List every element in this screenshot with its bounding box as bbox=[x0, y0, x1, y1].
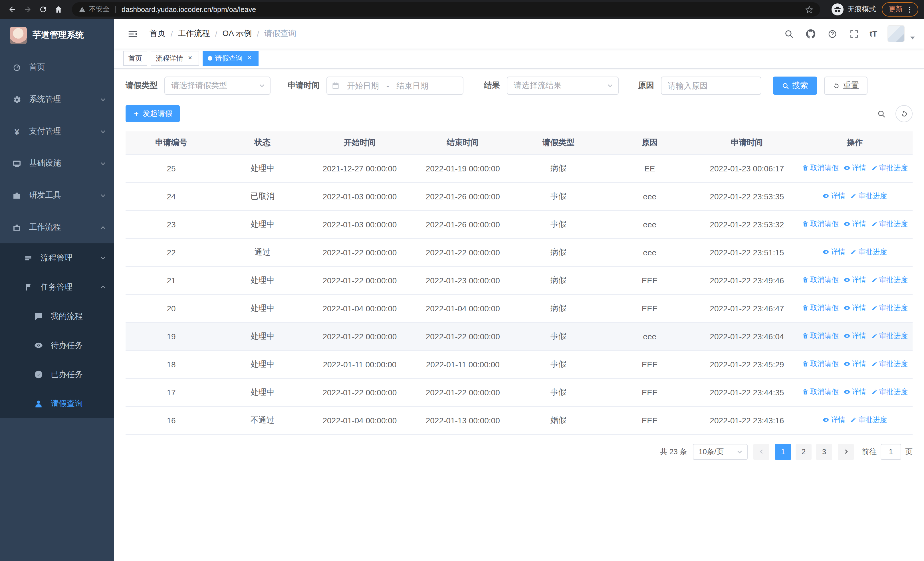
action-progress-link[interactable]: 审批进度 bbox=[871, 331, 908, 341]
browser-back-button[interactable] bbox=[4, 2, 20, 17]
reset-button[interactable]: 重置 bbox=[824, 77, 867, 95]
action-detail-link[interactable]: 详情 bbox=[822, 247, 845, 257]
action-detail-link[interactable]: 详情 bbox=[843, 163, 866, 173]
action-detail-link[interactable]: 详情 bbox=[843, 359, 866, 369]
bookmark-star-icon[interactable] bbox=[805, 5, 813, 14]
tag-home[interactable]: 首页 bbox=[123, 51, 147, 66]
page-button-3[interactable]: 3 bbox=[816, 444, 832, 460]
goto-unit: 页 bbox=[905, 447, 913, 457]
sidebar-item-devtools[interactable]: 研发工具 bbox=[0, 179, 114, 211]
list-icon bbox=[23, 253, 33, 263]
avatar-caret-icon[interactable] bbox=[910, 36, 915, 39]
sidebar-item-done-tasks[interactable]: 已办任务 bbox=[0, 360, 114, 389]
page-number-list: 123 bbox=[775, 444, 832, 460]
prev-page-button[interactable] bbox=[753, 444, 770, 460]
action-detail-link[interactable]: 详情 bbox=[822, 191, 845, 201]
browser-reload-button[interactable] bbox=[35, 2, 51, 17]
font-size-icon[interactable]: tT bbox=[867, 29, 879, 38]
end-date-input[interactable] bbox=[391, 81, 434, 90]
action-progress-link[interactable]: 审批进度 bbox=[871, 275, 908, 285]
action-progress-link[interactable]: 审批进度 bbox=[850, 415, 887, 425]
action-detail-link[interactable]: 详情 bbox=[843, 303, 866, 313]
action-cancel-link[interactable]: 取消请假 bbox=[802, 275, 838, 285]
breadcrumb-item[interactable]: 首页 bbox=[150, 29, 165, 39]
action-cancel-link[interactable]: 取消请假 bbox=[802, 303, 838, 313]
browser-forward-button[interactable] bbox=[20, 2, 35, 17]
action-cancel-link[interactable]: 取消请假 bbox=[802, 220, 838, 229]
cell-end: 2022-01-26 00:00:00 bbox=[411, 182, 514, 210]
tag-close-icon[interactable]: × bbox=[186, 54, 194, 62]
leave-table: 申请编号状态开始时间结束时间请假类型原因申请时间操作 25处理中2021-12-… bbox=[126, 131, 913, 435]
action-label: 取消请假 bbox=[810, 220, 838, 229]
github-icon[interactable] bbox=[802, 25, 819, 42]
user-icon bbox=[34, 399, 44, 409]
result-select[interactable]: 请选择流结果 bbox=[507, 77, 619, 95]
breadcrumb-item[interactable]: 工作流程 bbox=[178, 29, 210, 39]
action-detail-link[interactable]: 详情 bbox=[843, 220, 866, 229]
sidebar-item-payment[interactable]: ¥支付管理 bbox=[0, 116, 114, 147]
browser-update-menu-button[interactable]: 更新 bbox=[882, 2, 918, 17]
sidebar-collapse-icon[interactable] bbox=[123, 24, 141, 43]
user-avatar[interactable] bbox=[888, 25, 904, 42]
cell-start: 2022-01-04 00:00:00 bbox=[308, 294, 411, 322]
goto-page-input[interactable] bbox=[880, 444, 901, 460]
action-cancel-link[interactable]: 取消请假 bbox=[802, 359, 838, 369]
page-button-2[interactable]: 2 bbox=[796, 444, 812, 460]
action-progress-link[interactable]: 审批进度 bbox=[871, 220, 908, 229]
leave-type-select[interactable]: 请选择请假类型 bbox=[164, 77, 270, 95]
sidebar-item-workflow[interactable]: 工作流程 bbox=[0, 211, 114, 244]
action-detail-link[interactable]: 详情 bbox=[843, 275, 866, 285]
action-label: 审批进度 bbox=[879, 387, 908, 397]
sidebar-item-my-processes[interactable]: 我的流程 bbox=[0, 302, 114, 331]
action-progress-link[interactable]: 审批进度 bbox=[850, 191, 887, 201]
action-progress-link[interactable]: 审批进度 bbox=[871, 359, 908, 369]
sidebar-item-task-mgmt[interactable]: 任务管理 bbox=[0, 272, 114, 302]
action-detail-link[interactable]: 详情 bbox=[843, 387, 866, 397]
action-label: 详情 bbox=[831, 191, 845, 201]
table-row: 18处理中2022-01-11 00:00:002022-01-11 00:00… bbox=[126, 350, 913, 378]
action-progress-link[interactable]: 审批进度 bbox=[871, 387, 908, 397]
action-cancel-link[interactable]: 取消请假 bbox=[802, 331, 838, 341]
action-progress-link[interactable]: 审批进度 bbox=[871, 303, 908, 313]
fullscreen-icon[interactable] bbox=[846, 25, 863, 42]
action-detail-link[interactable]: 详情 bbox=[822, 415, 845, 425]
sidebar-item-process-mgmt[interactable]: 流程管理 bbox=[0, 244, 114, 272]
action-cancel-link[interactable]: 取消请假 bbox=[802, 163, 838, 173]
sidebar-item-leave-query[interactable]: 请假查询 bbox=[0, 389, 114, 418]
reason-input[interactable] bbox=[661, 77, 761, 95]
help-icon[interactable] bbox=[824, 25, 841, 42]
start-date-input[interactable] bbox=[342, 81, 384, 90]
page-size-select[interactable]: 10条/页 bbox=[693, 444, 748, 460]
action-label: 取消请假 bbox=[810, 387, 838, 397]
sidebar-item-home[interactable]: 首页 bbox=[0, 51, 114, 83]
toggle-search-icon[interactable] bbox=[873, 105, 890, 122]
chevron-down-icon bbox=[258, 82, 266, 89]
action-progress-link[interactable]: 审批进度 bbox=[850, 247, 887, 257]
cell-id: 23 bbox=[126, 210, 217, 238]
browser-home-button[interactable] bbox=[51, 2, 66, 17]
incognito-profile-chip[interactable]: 无痕模式 bbox=[826, 3, 882, 15]
tag-leave-query[interactable]: 请假查询× bbox=[202, 51, 258, 66]
breadcrumb-item[interactable]: OA 示例 bbox=[223, 29, 252, 39]
refresh-table-icon[interactable] bbox=[896, 105, 913, 122]
apply-time-range-picker[interactable]: - bbox=[327, 77, 464, 95]
result-label: 结果 bbox=[484, 81, 500, 91]
next-page-button[interactable] bbox=[838, 444, 854, 460]
action-progress-link[interactable]: 审批进度 bbox=[871, 163, 908, 173]
action-cancel-link[interactable]: 取消请假 bbox=[802, 387, 838, 397]
tag-process-detail[interactable]: 流程详情× bbox=[151, 51, 199, 66]
action-label: 审批进度 bbox=[879, 220, 908, 229]
sidebar-item-infrastructure[interactable]: 基础设施 bbox=[0, 147, 114, 179]
cell-start: 2022-01-04 00:00:00 bbox=[308, 406, 411, 434]
sidebar-item-todo-tasks[interactable]: 待办任务 bbox=[0, 331, 114, 360]
address-bar[interactable]: 不安全 dashboard.yudao.iocoder.cn/bpm/oa/le… bbox=[72, 2, 820, 17]
search-button[interactable]: 搜索 bbox=[773, 77, 817, 95]
header-search-icon[interactable] bbox=[781, 25, 798, 42]
cell-type: 病假 bbox=[514, 238, 602, 266]
main-area: 首页/工作流程/OA 示例/请假查询 tT 首页流程详情×请假查询× 请假类型 bbox=[114, 19, 924, 561]
action-detail-link[interactable]: 详情 bbox=[843, 331, 866, 341]
create-leave-button[interactable]: 发起请假 bbox=[126, 105, 180, 122]
sidebar-item-system[interactable]: 系统管理 bbox=[0, 83, 114, 116]
tag-close-icon[interactable]: × bbox=[245, 54, 254, 62]
page-button-1[interactable]: 1 bbox=[775, 444, 791, 460]
